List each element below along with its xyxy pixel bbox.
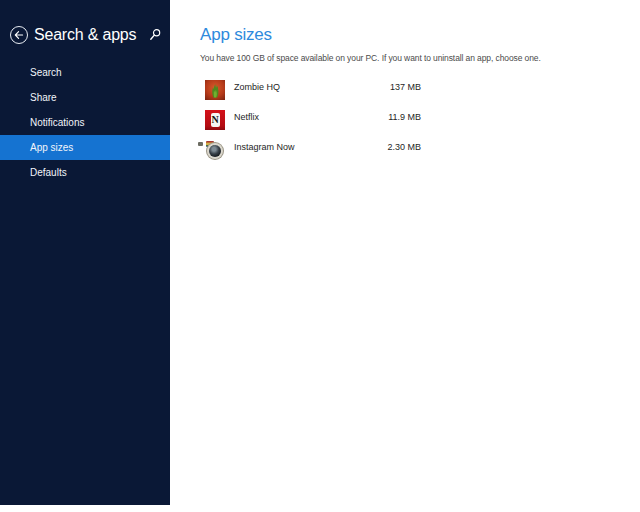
sidebar-item-label: Share [30, 92, 57, 103]
sidebar-item-share[interactable]: Share [0, 85, 170, 110]
zombie-hand-icon [205, 80, 225, 100]
sidebar-item-app-sizes[interactable]: App sizes [0, 135, 170, 160]
sidebar-item-defaults[interactable]: Defaults [0, 160, 170, 185]
app-row[interactable]: Instagram Now 2.30 MB [205, 140, 421, 160]
sidebar-item-label: Search [30, 67, 62, 78]
search-icon [149, 29, 162, 44]
main-content: App sizes You have 100 GB of space avail… [170, 0, 640, 512]
sidebar-item-label: Notifications [30, 117, 84, 128]
app-size: 11.9 MB [388, 110, 421, 122]
sidebar-title: Search & apps [34, 26, 136, 44]
netflix-icon: N [205, 110, 225, 130]
sidebar-item-label: Defaults [30, 167, 67, 178]
instagram-camera-icon [205, 140, 225, 160]
app-row[interactable]: N Netflix 11.9 MB [205, 110, 421, 130]
page-description: You have 100 GB of space available on yo… [200, 53, 541, 63]
app-name: Netflix [234, 110, 388, 122]
app-name: Instagram Now [234, 140, 387, 152]
settings-sidebar: Search & apps Search Share Notifications… [0, 0, 170, 505]
app-list: Zombie HQ 137 MB N Netflix 11.9 MB Insta… [205, 80, 421, 170]
page-title: App sizes [200, 25, 272, 45]
sidebar-item-label: App sizes [30, 142, 73, 153]
sidebar-item-search[interactable]: Search [0, 60, 170, 85]
app-size: 137 MB [390, 80, 421, 92]
back-button[interactable] [10, 26, 28, 44]
sidebar-nav: Search Share Notifications App sizes Def… [0, 60, 170, 185]
app-size: 2.30 MB [387, 140, 421, 152]
sidebar-item-notifications[interactable]: Notifications [0, 110, 170, 135]
back-arrow-icon [14, 28, 24, 43]
app-row[interactable]: Zombie HQ 137 MB [205, 80, 421, 100]
sidebar-header: Search & apps [10, 26, 136, 44]
app-name: Zombie HQ [234, 80, 390, 92]
search-button[interactable] [148, 28, 162, 42]
